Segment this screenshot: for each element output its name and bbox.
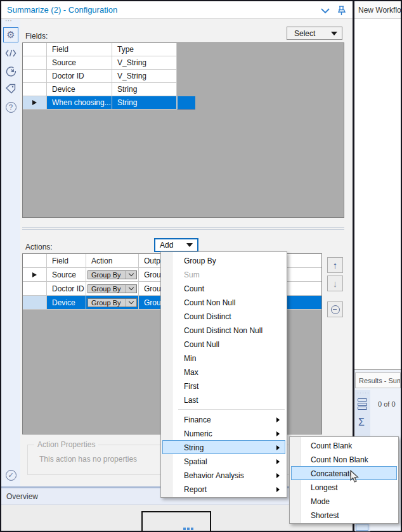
submenu-arrow-icon: [276, 487, 280, 492]
cursor-icon: [349, 470, 360, 484]
results-toolbar-button[interactable]: [356, 524, 368, 531]
up-arrow-icon: ↑: [333, 260, 338, 270]
section-splitter[interactable]: [22, 227, 344, 228]
minimap-tool-dot: [183, 528, 186, 530]
move-down-button[interactable]: ↓: [327, 276, 343, 291]
cell-type[interactable]: String: [112, 83, 177, 96]
cell-field[interactable]: Doctor ID: [47, 70, 112, 83]
selection-extension: [177, 96, 195, 110]
chevron-down-icon[interactable]: [320, 7, 330, 15]
grip-dots-icon[interactable]: ·····: [357, 390, 370, 396]
table-row[interactable]: Source V_String: [23, 56, 177, 70]
records-view-button[interactable]: [358, 398, 367, 411]
check-circle-icon: ✓: [6, 470, 16, 481]
annotation-tab[interactable]: [3, 46, 18, 60]
help-tab[interactable]: ?: [3, 100, 18, 114]
row-marker-icon: [32, 100, 37, 105]
submenu-item-shortest[interactable]: Shortest: [291, 508, 397, 522]
results-caption[interactable]: Results - Sum: [355, 372, 401, 388]
menu-item-count-distinct-non-null[interactable]: Count Distinct Non Null: [162, 323, 285, 337]
column-header-field[interactable]: Field: [47, 254, 86, 268]
chevron-down-icon[interactable]: [126, 299, 136, 307]
fields-label: Fields:: [25, 32, 48, 41]
submenu-arrow-icon: [276, 417, 280, 422]
circle-arrow-icon: [5, 66, 17, 78]
group-title: Action Properties: [34, 440, 98, 449]
menu-item-count-null[interactable]: Count Null: [162, 337, 285, 351]
cell-field[interactable]: Source: [47, 268, 86, 282]
submenu-arrow-icon: [276, 473, 280, 478]
cell-type[interactable]: V_String: [112, 70, 177, 83]
move-up-button[interactable]: ↑: [327, 257, 343, 273]
workflow-tab[interactable]: New Workflo: [354, 1, 401, 19]
remove-action-button[interactable]: [327, 301, 343, 317]
action-dropdown[interactable]: Group By: [88, 284, 137, 293]
cell-field[interactable]: When choosing...: [47, 96, 112, 110]
select-dropdown-button[interactable]: Select: [287, 27, 342, 40]
submenu-item-concatenate[interactable]: Concatenate: [291, 466, 397, 480]
action-value: Group By: [88, 271, 126, 279]
status-indicator: ✓: [3, 468, 18, 482]
code-icon: [5, 49, 16, 58]
menu-item-finance[interactable]: Finance: [162, 412, 285, 426]
submenu-arrow-icon: [276, 459, 280, 464]
menu-item-count[interactable]: Count: [162, 281, 285, 295]
action-value: Group By: [88, 285, 126, 293]
string-submenu: Count Blank Count Non Blank Concatenate …: [289, 436, 399, 524]
action-dropdown[interactable]: Group By: [88, 298, 137, 307]
action-dropdown[interactable]: Group By: [88, 270, 137, 279]
column-header-action[interactable]: Action: [86, 254, 139, 268]
tag-tab[interactable]: [3, 82, 18, 96]
chevron-down-icon[interactable]: [126, 271, 136, 279]
dropdown-arrow-icon: [186, 243, 193, 247]
menu-item-numeric[interactable]: Numeric: [162, 426, 285, 440]
tag-icon: [5, 84, 16, 95]
overview-viewport[interactable]: [141, 511, 211, 532]
submenu-item-mode[interactable]: Mode: [291, 494, 397, 508]
menu-item-last[interactable]: Last: [162, 393, 285, 407]
menu-item-group-by[interactable]: Group By: [162, 253, 285, 267]
table-row[interactable]: Doctor ID V_String: [23, 70, 177, 83]
grip-dots-icon[interactable]: ⋯: [5, 16, 13, 25]
workflow-canvas[interactable]: [354, 19, 401, 369]
menu-item-behavior-analysis[interactable]: Behavior Analysis: [162, 468, 285, 482]
add-action-button[interactable]: Add: [154, 238, 198, 252]
navigation-tab[interactable]: [3, 65, 18, 79]
cell-type[interactable]: String: [112, 96, 177, 110]
minimap-tool-dot: [187, 528, 190, 530]
cell-field[interactable]: Source: [47, 56, 112, 70]
menu-item-count-distinct[interactable]: Count Distinct: [162, 309, 285, 323]
row-marker-header: [23, 43, 47, 56]
cell-field[interactable]: Doctor ID: [47, 282, 86, 296]
menu-item-string[interactable]: String: [162, 440, 285, 454]
column-header-type[interactable]: Type: [112, 43, 177, 56]
submenu-item-count-blank[interactable]: Count Blank: [291, 438, 397, 452]
menu-item-min[interactable]: Min: [162, 351, 285, 365]
chevron-down-icon[interactable]: [126, 285, 136, 293]
menu-item-spatial[interactable]: Spatial: [162, 454, 285, 468]
configuration-title-bar: Summarize (2) - Configuration: [1, 1, 353, 19]
submenu-item-count-non-blank[interactable]: Count Non Blank: [291, 452, 397, 466]
help-icon: ?: [6, 102, 16, 113]
menu-item-report[interactable]: Report: [162, 482, 285, 496]
configuration-tab[interactable]: ⚙: [3, 27, 18, 42]
action-value: Group By: [88, 299, 126, 307]
sigma-icon[interactable]: Σ: [358, 417, 365, 428]
minus-circle-icon: [331, 305, 340, 314]
gear-icon: ⚙: [6, 29, 15, 41]
cell-field[interactable]: Device: [47, 83, 112, 96]
cell-type[interactable]: V_String: [112, 56, 177, 70]
pin-icon[interactable]: [336, 5, 347, 16]
submenu-arrow-icon: [276, 431, 280, 436]
cell-field[interactable]: Device: [47, 296, 86, 310]
menu-item-max[interactable]: Max: [162, 365, 285, 379]
column-header-field[interactable]: Field: [47, 43, 112, 56]
table-row[interactable]: Device String: [23, 83, 177, 96]
fields-table: Field Type Source V_String Doctor ID V_S…: [22, 42, 344, 218]
menu-item-first[interactable]: First: [162, 379, 285, 393]
table-row-selected[interactable]: When choosing... String: [23, 96, 177, 110]
record-count: 0 of 0: [378, 400, 396, 408]
menu-item-count-non-null[interactable]: Count Non Null: [162, 295, 285, 309]
overview-label: Overview: [6, 492, 38, 501]
submenu-item-longest[interactable]: Longest: [291, 480, 397, 494]
